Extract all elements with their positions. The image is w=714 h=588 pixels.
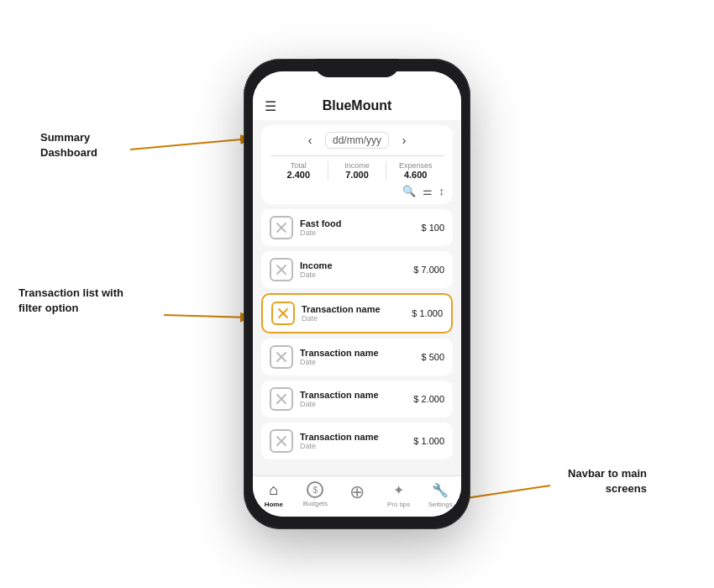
transaction-amount: $ 2.000 — [413, 394, 444, 404]
nav-item-settings[interactable]: 🔧 Settings — [419, 481, 461, 508]
svg-line-1 — [164, 315, 250, 318]
nav-icon: 🔧 — [432, 481, 449, 499]
bottom-navbar: ⌂ Home $ Budgets ⊕ ✦ Pro tips 🔧 Settings — [253, 475, 461, 517]
transaction-item[interactable]: Fast food Date $ 100 — [261, 209, 453, 246]
total-stat: Total 2.400 — [270, 161, 328, 180]
transaction-date: Date — [300, 400, 407, 408]
transaction-name: Income — [300, 260, 407, 270]
nav-item-home[interactable]: ⌂ Home — [253, 481, 295, 508]
transaction-amount: $ 1.000 — [412, 308, 443, 318]
transaction-name: Transaction name — [300, 390, 407, 400]
expenses-label: Expenses — [390, 161, 441, 170]
summary-stats: Total 2.400 Income 7.000 Expenses 4.600 — [270, 155, 444, 180]
phone-notch — [315, 59, 399, 77]
nav-item-budgets[interactable]: $ Budgets — [295, 481, 337, 508]
phone-screen: ☰ BlueMount ‹ dd/mm/yyy › Total 2.400 In… — [253, 71, 461, 517]
transaction-item[interactable]: Transaction name Date $ 500 — [261, 339, 453, 375]
home-indicator — [323, 521, 391, 524]
transaction-info: Transaction name Date — [300, 390, 407, 408]
menu-icon[interactable]: ☰ — [265, 98, 276, 114]
transaction-icon — [271, 302, 295, 325]
nav-item-add[interactable]: ⊕ — [336, 481, 378, 508]
transaction-list: Fast food Date $ 100 Income Date $ 7.000… — [253, 209, 461, 475]
nav-icon: ✦ — [393, 481, 404, 499]
transaction-info: Fast food Date — [300, 218, 414, 237]
phone-frame: ☰ BlueMount ‹ dd/mm/yyy › Total 2.400 In… — [244, 59, 470, 529]
nav-item-pro-tips[interactable]: ✦ Pro tips — [378, 481, 420, 508]
date-navigation: ‹ dd/mm/yyy › — [270, 132, 444, 149]
filter-row: 🔍 ⚌ ↕ — [270, 180, 444, 197]
transaction-item[interactable]: Transaction name Date $ 1.000 — [261, 423, 453, 459]
transaction-item[interactable]: Income Date $ 7.000 — [261, 251, 453, 288]
search-icon[interactable]: 🔍 — [402, 185, 416, 197]
transaction-date: Date — [300, 442, 407, 450]
income-label: Income — [332, 161, 383, 170]
nav-label: Settings — [428, 501, 453, 508]
sort-icon[interactable]: ↕ — [439, 185, 445, 197]
transaction-info: Income Date — [300, 260, 407, 279]
transaction-item[interactable]: Transaction name Date $ 2.000 — [261, 381, 453, 417]
app-title: BlueMount — [323, 98, 392, 113]
summary-card: ‹ dd/mm/yyy › Total 2.400 Income 7.000 E… — [261, 125, 453, 204]
transaction-name: Fast food — [300, 218, 414, 228]
nav-icon: ⌂ — [269, 481, 278, 499]
nav-label: Budgets — [303, 500, 328, 507]
transaction-date: Date — [302, 314, 405, 323]
transaction-name: Transaction name — [300, 432, 407, 442]
svg-line-0 — [130, 139, 250, 150]
transaction-icon — [270, 345, 293, 369]
transaction-icon — [270, 387, 293, 411]
nav-label: Home — [265, 501, 283, 508]
date-display: dd/mm/yyy — [325, 132, 389, 149]
prev-date-button[interactable]: ‹ — [302, 132, 318, 149]
transaction-date: Date — [300, 228, 414, 237]
annotation-transaction: Transaction list with filter option — [18, 286, 123, 316]
expenses-stat: Expenses 4.600 — [386, 161, 444, 180]
transaction-amount: $ 1.000 — [413, 436, 444, 446]
transaction-icon — [270, 216, 293, 239]
transaction-icon — [270, 258, 293, 281]
nav-label: Pro tips — [387, 501, 410, 508]
expenses-value: 4.600 — [390, 170, 441, 180]
transaction-info: Transaction name Date — [302, 304, 405, 323]
income-stat: Income 7.000 — [328, 161, 386, 180]
income-value: 7.000 — [332, 170, 383, 180]
nav-icon: ⊕ — [349, 481, 365, 503]
next-date-button[interactable]: › — [396, 132, 412, 149]
transaction-item[interactable]: Transaction name Date $ 1.000 — [261, 293, 453, 333]
nav-icon: $ — [307, 481, 323, 498]
total-label: Total — [273, 161, 324, 170]
annotation-summary: Summary Dashboard — [40, 130, 97, 160]
transaction-amount: $ 500 — [421, 352, 444, 362]
transaction-info: Transaction name Date — [300, 432, 407, 450]
total-value: 2.400 — [273, 170, 324, 180]
transaction-name: Transaction name — [302, 304, 405, 314]
transaction-info: Transaction name Date — [300, 348, 414, 366]
transaction-date: Date — [300, 270, 407, 279]
filter-icon[interactable]: ⚌ — [423, 185, 433, 197]
app-header: ☰ BlueMount — [253, 95, 461, 120]
transaction-amount: $ 100 — [421, 223, 444, 233]
transaction-amount: $ 7.000 — [413, 265, 444, 275]
annotation-navbar: Navbar to main screens — [568, 466, 647, 496]
transaction-name: Transaction name — [300, 348, 414, 358]
transaction-icon — [270, 429, 293, 453]
transaction-date: Date — [300, 358, 414, 366]
